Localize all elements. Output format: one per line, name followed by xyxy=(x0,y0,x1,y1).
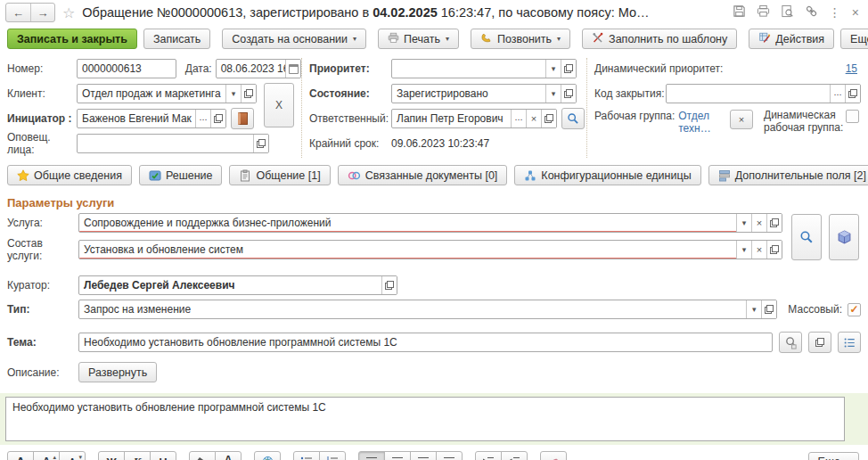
tab-configuration-units[interactable]: Конфигурационные единицы xyxy=(514,165,700,185)
type-dropdown[interactable]: ▾ xyxy=(746,300,761,318)
close-code-field[interactable]: ... xyxy=(666,84,861,103)
font-color-button[interactable]: А xyxy=(215,451,242,460)
align-right-button[interactable] xyxy=(410,451,437,460)
responsible-clear[interactable]: × xyxy=(526,110,541,127)
close-code-open[interactable] xyxy=(845,85,860,103)
responsible-search-button[interactable] xyxy=(561,108,585,129)
open-icon xyxy=(815,338,824,347)
subject-field[interactable]: Необходимо установить обновление програм… xyxy=(78,333,773,352)
tab-additional-fields[interactable]: Дополнительные поля [2] xyxy=(708,165,868,185)
bold-button[interactable]: Ж xyxy=(98,451,125,460)
contact-card-button[interactable] xyxy=(231,108,254,129)
curator-field[interactable]: Лебедев Сергей Алексеевич xyxy=(78,275,397,295)
type-open[interactable] xyxy=(761,300,776,318)
composition-clear[interactable]: × xyxy=(751,241,766,259)
tab-general-info[interactable]: Общие сведения xyxy=(7,165,132,185)
indent-decrease-button[interactable] xyxy=(501,451,528,460)
bullet-list-button[interactable] xyxy=(293,451,320,460)
subject-list-button[interactable] xyxy=(838,332,861,353)
preview-icon[interactable] xyxy=(781,4,794,21)
initiator-choose[interactable]: ... xyxy=(195,110,210,127)
italic-button[interactable]: К xyxy=(124,451,151,460)
numbered-list-button[interactable] xyxy=(319,451,346,460)
get-link-icon[interactable] xyxy=(805,4,818,21)
initiator-field[interactable]: Баженов Евгений Мак ... xyxy=(77,109,226,128)
format-more-button[interactable]: Еще▾ xyxy=(808,452,859,460)
subject-open-button[interactable] xyxy=(808,332,831,353)
search-icon xyxy=(567,112,579,125)
dynamic-workgroup-checkbox[interactable] xyxy=(846,110,859,123)
curator-open[interactable] xyxy=(381,276,397,294)
save-button[interactable]: Записать xyxy=(143,29,210,49)
call-button[interactable]: Позвонить▾ xyxy=(471,29,570,49)
clear-client-button[interactable]: X xyxy=(264,83,294,127)
workgroup-clear-button[interactable]: × xyxy=(730,110,753,129)
responsible-choose[interactable]: ... xyxy=(511,110,526,127)
underline-button[interactable]: Ч xyxy=(150,451,176,460)
hyperlink-button[interactable] xyxy=(254,451,281,460)
forward-button[interactable]: → xyxy=(30,4,54,21)
tab-linked-documents[interactable]: Связанные документы [0] xyxy=(338,165,508,185)
priority-field[interactable]: ▾ xyxy=(391,59,577,78)
service-catalog-button[interactable] xyxy=(829,214,859,260)
close-window-icon[interactable]: × xyxy=(852,6,859,19)
tab-bar: Общие сведения Решение Общение [1] Связа… xyxy=(0,158,868,191)
font-larger-button[interactable]: А▴ xyxy=(33,451,60,460)
align-justify-button[interactable] xyxy=(436,451,463,460)
number-field[interactable]: 0000000613 xyxy=(77,59,176,78)
state-open[interactable] xyxy=(561,85,576,103)
client-dropdown[interactable]: ▾ xyxy=(225,85,241,103)
composition-dropdown[interactable]: ▾ xyxy=(736,241,751,259)
actions-button[interactable]: Действия xyxy=(749,29,834,49)
back-button[interactable]: ← xyxy=(6,4,30,21)
align-left-button[interactable] xyxy=(358,451,385,460)
linked-rings-icon xyxy=(348,169,361,182)
fill-by-template-button[interactable]: Заполнить по шаблону xyxy=(582,29,737,49)
calendar-picker[interactable] xyxy=(285,60,300,78)
kebab-menu-icon[interactable]: ⋮ xyxy=(829,6,841,19)
close-code-choose[interactable]: ... xyxy=(830,85,845,103)
indent-increase-button[interactable] xyxy=(475,451,502,460)
notify-open[interactable] xyxy=(253,135,268,152)
priority-open[interactable] xyxy=(561,60,576,78)
composition-field[interactable]: Установка и обновление систем ▾ × xyxy=(78,240,782,259)
composition-open[interactable] xyxy=(766,241,782,259)
responsible-open[interactable] xyxy=(541,110,556,127)
service-open[interactable] xyxy=(766,214,782,232)
subject-search-button[interactable] xyxy=(779,332,802,353)
state-field[interactable]: Зарегистрировано ▾ xyxy=(391,84,577,103)
initiator-open[interactable] xyxy=(210,110,225,127)
clear-format-button[interactable] xyxy=(540,451,567,460)
notify-persons-field[interactable] xyxy=(77,134,269,153)
client-field[interactable]: Отдел продаж и маркетинга ▾ xyxy=(77,84,257,103)
date-field[interactable]: 08.06.2023 16:2: xyxy=(216,59,301,78)
save-and-close-button[interactable]: Записать и закрыть xyxy=(7,29,137,49)
align-center-button[interactable] xyxy=(384,451,411,460)
create-on-basis-button[interactable]: Создать на основании▾ xyxy=(222,29,366,49)
cube-icon xyxy=(837,230,852,245)
highlight-color-button[interactable] xyxy=(189,451,216,460)
service-dropdown[interactable]: ▾ xyxy=(736,214,751,232)
service-field[interactable]: Сопровождение и поддержка бизнес-приложе… xyxy=(78,213,782,233)
tab-communication[interactable]: Общение [1] xyxy=(229,165,330,185)
save-icon[interactable] xyxy=(733,4,746,21)
priority-dropdown[interactable]: ▾ xyxy=(545,60,561,78)
font-button[interactable]: А xyxy=(7,451,34,460)
print-icon[interactable] xyxy=(757,4,770,21)
type-field[interactable]: Запрос на изменение ▾ xyxy=(78,300,777,319)
expand-description-button[interactable]: Развернуть xyxy=(78,362,157,382)
tab-solution[interactable]: Решение xyxy=(139,165,223,185)
description-textarea[interactable]: Необходимо установить обновление програм… xyxy=(5,397,845,441)
client-open[interactable] xyxy=(241,85,256,103)
print-button[interactable]: Печать▾ xyxy=(378,29,459,49)
service-search-button[interactable] xyxy=(791,214,822,260)
responsible-field[interactable]: Лапин Петр Егорович ... × xyxy=(391,109,557,128)
favorite-star-icon[interactable]: ☆ xyxy=(62,4,75,21)
font-smaller-button[interactable]: А▾ xyxy=(59,451,86,460)
more-button[interactable]: Еще▾ xyxy=(840,29,868,49)
service-clear[interactable]: × xyxy=(751,214,766,232)
workgroup-link[interactable]: Отдел техн… xyxy=(678,110,721,135)
state-dropdown[interactable]: ▾ xyxy=(545,85,561,103)
dynamic-priority-link[interactable]: 15 xyxy=(846,62,857,75)
mass-checkbox[interactable]: ✓ xyxy=(848,303,861,316)
